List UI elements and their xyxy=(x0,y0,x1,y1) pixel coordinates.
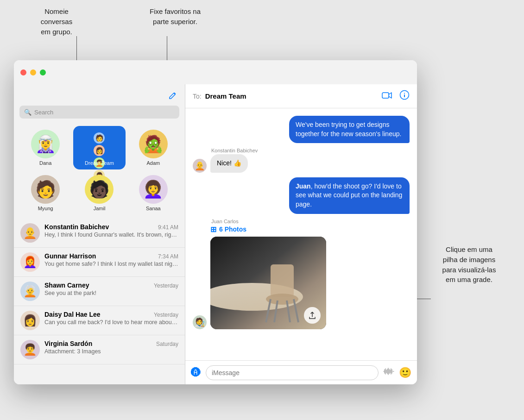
search-bar[interactable]: 🔍 Search xyxy=(19,106,179,119)
chat-panel: To: Dream Team xyxy=(185,84,417,384)
annotation-pin-favorites: Fixe favoritos naparte superior. xyxy=(138,6,212,27)
conv-header-shawn: Shawn Carney Yesterday xyxy=(44,282,178,289)
app-store-icon[interactable]: 🅐 xyxy=(191,367,201,379)
bubble-3: Juan, how'd the shoot go? I'd love to se… xyxy=(289,177,410,214)
share-button[interactable] xyxy=(304,307,321,324)
audio-waveform-icon[interactable] xyxy=(383,367,394,378)
chat-header-icons xyxy=(382,90,410,102)
favorite-avatar-jamil: 🧑🏿 xyxy=(85,175,114,204)
conv-time-konstantin: 9:41 AM xyxy=(158,224,178,231)
annotation-group-name: Nomeieconversasem grupo. xyxy=(29,6,84,37)
favorite-avatar-adam: 🧟 xyxy=(139,130,168,158)
conv-header-virginia: Virginia Sardón Saturday xyxy=(44,340,178,347)
message-row-1: We've been trying to get designs togethe… xyxy=(193,116,410,143)
titlebar xyxy=(14,60,417,84)
favorite-item-dream-team[interactable]: 🧑 👩 🧑‍🦱 👨 Dream Team xyxy=(73,126,125,169)
favorite-name-myung: Myung xyxy=(38,206,53,211)
message-row-2: Konstantin Babichev 🧑‍🦲 Nice! 👍 xyxy=(193,148,410,173)
conv-time-daisy: Yesterday xyxy=(154,312,178,318)
message-row-3: Juan, how'd the shoot go? I'd love to se… xyxy=(193,177,410,214)
sidebar: 🔍 Search 🧝‍♀️ Dana 🧑 👩 🧑‍🦱 👨 xyxy=(14,84,185,384)
favorites-grid: 🧝‍♀️ Dana 🧑 👩 🧑‍🦱 👨 Dream Team 🧟 xyxy=(14,122,185,219)
info-icon[interactable] xyxy=(399,90,410,102)
conv-item-daisy[interactable]: 👩 Daisy Dal Hae Lee Yesterday Can you ca… xyxy=(14,306,185,335)
conv-preview-gunnar: You get home safe? I think I lost my wal… xyxy=(44,261,178,267)
favorite-item-sanaa[interactable]: 👩‍🦱 Sanaa xyxy=(127,171,179,215)
annotation-image-stack: Clique em umapilha de imagenspara visual… xyxy=(429,244,510,285)
favorite-item-myung[interactable]: 🧑 Myung xyxy=(19,171,71,215)
conv-preview-virginia: Attachment: 3 Images xyxy=(44,348,178,355)
bubble-1: We've been trying to get designs togethe… xyxy=(289,116,410,143)
conv-item-virginia[interactable]: 🧑‍🦱 Virginia Sardón Saturday Attachment:… xyxy=(14,335,185,364)
favorite-name-dana: Dana xyxy=(39,160,51,166)
conv-avatar-daisy: 👩 xyxy=(20,311,40,330)
favorite-item-adam[interactable]: 🧟 Adam xyxy=(127,126,179,169)
conv-content-virginia: Virginia Sardón Saturday Attachment: 3 I… xyxy=(44,340,178,355)
favorite-name-jamil: Jamil xyxy=(94,206,106,211)
video-call-icon[interactable] xyxy=(382,91,392,101)
main-layout: 🔍 Search 🧝‍♀️ Dana 🧑 👩 🧑‍🦱 👨 xyxy=(14,84,417,384)
svg-point-7 xyxy=(266,294,298,305)
message-input[interactable] xyxy=(206,365,379,380)
sidebar-top xyxy=(14,84,185,102)
conv-content-shawn: Shawn Carney Yesterday See you at the pa… xyxy=(44,282,178,296)
sender-name-konstantin: Konstantin Babichev xyxy=(211,148,258,153)
conv-avatar-shawn: 🧑‍🦳 xyxy=(20,282,40,301)
conv-item-konstantin[interactable]: 🧑‍🦲 Konstantin Babichev 9:41 AM Hey, I t… xyxy=(14,219,185,248)
chat-contact-name: Dream Team xyxy=(205,92,246,100)
bubble-2: Nice! 👍 xyxy=(210,154,248,173)
bubble-row-2: 🧑‍🦲 Nice! 👍 xyxy=(193,154,248,173)
emoji-icon[interactable]: 🙂 xyxy=(399,367,411,379)
favorite-name-dream-team: Dream Team xyxy=(85,160,114,166)
conversation-list: 🧑‍🦲 Konstantin Babichev 9:41 AM Hey, I t… xyxy=(14,219,185,384)
conv-content-konstantin: Konstantin Babichev 9:41 AM Hey, I think… xyxy=(44,223,178,238)
conv-name-daisy: Daisy Dal Hae Lee xyxy=(44,311,101,318)
chat-to-label: To: xyxy=(193,93,202,100)
svg-point-2 xyxy=(404,93,405,94)
conv-avatar-virginia: 🧑‍🦱 xyxy=(20,340,40,359)
message-row-4: Juan Carlos 🧑‍🎨 ⊞ 6 Photos xyxy=(193,219,410,329)
input-bar: 🅐 🙂 xyxy=(185,360,417,384)
conv-time-gunnar: 7:34 AM xyxy=(158,253,178,260)
svg-rect-0 xyxy=(382,93,389,98)
conv-header-daisy: Daisy Dal Hae Lee Yesterday xyxy=(44,311,178,318)
minimize-button[interactable] xyxy=(30,69,36,75)
conv-name-konstantin: Konstantin Babichev xyxy=(44,223,109,231)
conv-item-gunnar[interactable]: 👩‍🦰 Gunnar Harrison 7:34 AM You get home… xyxy=(14,248,185,277)
photos-grid-icon: ⊞ xyxy=(210,225,216,234)
fullscreen-button[interactable] xyxy=(40,69,46,75)
compose-button[interactable] xyxy=(166,89,179,102)
conv-name-shawn: Shawn Carney xyxy=(44,282,89,289)
svg-rect-3 xyxy=(404,94,405,97)
conv-preview-konstantin: Hey, I think I found Gunnar's wallet. It… xyxy=(44,232,178,238)
svg-rect-6 xyxy=(271,264,294,297)
mini-avatar-2: 👩 xyxy=(94,145,105,156)
conv-header-konstantin: Konstantin Babichev 9:41 AM xyxy=(44,223,178,231)
chat-header: To: Dream Team xyxy=(185,84,417,108)
photos-count: ⊞ 6 Photos xyxy=(210,225,326,234)
sender-name-juan: Juan Carlos xyxy=(211,219,239,224)
conv-name-virginia: Virginia Sardón xyxy=(44,340,92,347)
chat-title-area: To: Dream Team xyxy=(193,92,246,100)
conv-header-gunnar: Gunnar Harrison 7:34 AM xyxy=(44,252,178,260)
mini-avatar-1: 🧑 xyxy=(94,132,105,144)
favorite-avatar-dana: 🧝‍♀️ xyxy=(31,130,60,158)
favorite-avatar-sanaa: 👩‍🦱 xyxy=(139,175,168,204)
favorite-avatar-myung: 🧑 xyxy=(31,175,60,204)
messages-area: We've been trying to get designs togethe… xyxy=(185,108,417,360)
bubble-row-4: 🧑‍🎨 ⊞ 6 Photos xyxy=(193,225,326,329)
favorite-item-jamil[interactable]: 🧑🏿 Jamil xyxy=(73,171,125,215)
traffic-lights xyxy=(20,69,46,75)
photo-stack[interactable] xyxy=(210,237,326,329)
favorite-item-dana[interactable]: 🧝‍♀️ Dana xyxy=(19,126,71,169)
conv-time-virginia: Saturday xyxy=(156,341,178,347)
msg-avatar-konstantin: 🧑‍🦲 xyxy=(193,159,207,173)
group-avatar-dream-team: 🧑 👩 🧑‍🦱 👨 xyxy=(85,130,114,158)
conv-item-shawn[interactable]: 🧑‍🦳 Shawn Carney Yesterday See you at th… xyxy=(14,277,185,306)
app-window: 🔍 Search 🧝‍♀️ Dana 🧑 👩 🧑‍🦱 👨 xyxy=(14,60,417,384)
search-icon: 🔍 xyxy=(24,109,32,116)
close-button[interactable] xyxy=(20,69,26,75)
conv-content-gunnar: Gunnar Harrison 7:34 AM You get home saf… xyxy=(44,252,178,267)
photos-message: ⊞ 6 Photos xyxy=(210,225,326,329)
conv-time-shawn: Yesterday xyxy=(154,282,178,289)
